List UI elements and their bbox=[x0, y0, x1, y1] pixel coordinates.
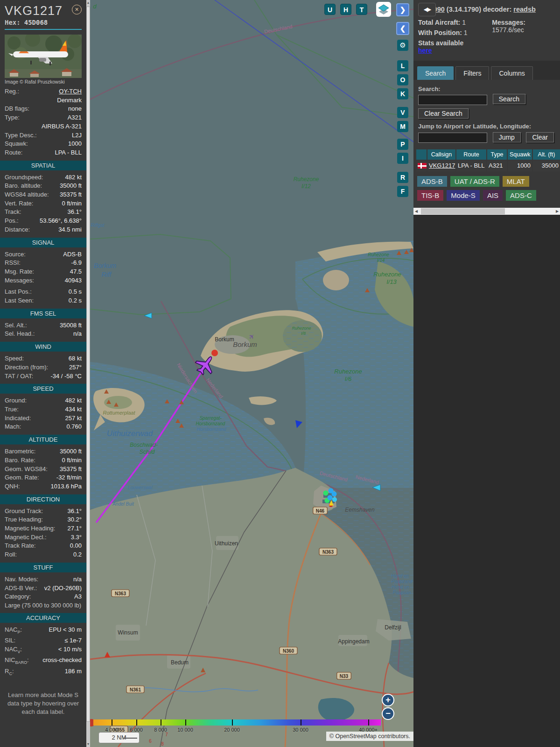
readsb-link[interactable]: readsb bbox=[513, 6, 536, 13]
altitude-tick-label: 8 000 bbox=[154, 727, 167, 733]
data-row: Route:LPA - BLL bbox=[0, 148, 86, 157]
close-icon[interactable] bbox=[72, 5, 82, 14]
altitude-tick bbox=[161, 719, 161, 726]
tab-search[interactable]: Search bbox=[417, 66, 454, 80]
map-button-k[interactable]: K bbox=[397, 88, 408, 99]
left-panel-scrollbar[interactable]: ▲ ▼ bbox=[86, 0, 90, 747]
altitude-tick bbox=[112, 719, 112, 726]
zoom-in-button[interactable]: + bbox=[382, 694, 394, 706]
data-row: Groundspeed:482 kt bbox=[0, 173, 86, 182]
search-button[interactable]: Search bbox=[493, 94, 525, 104]
scroll-down-icon[interactable]: ▼ bbox=[86, 741, 90, 747]
data-row: AIRBUS A-321 bbox=[0, 122, 86, 131]
data-row: NICBARO:cross-checked bbox=[0, 656, 86, 667]
altitude-color-legend: 4 0006 0008 00010 00020 00030 00040 000+ bbox=[93, 719, 381, 726]
aircraft-info-panel: VKG1217 Hex:45D068 Image © Rafal Pruszko… bbox=[0, 0, 86, 747]
data-row: RC:186 m bbox=[0, 667, 86, 678]
data-row: True Heading:30.2° bbox=[0, 515, 86, 524]
road-badge-label: N33 bbox=[340, 674, 349, 679]
tab-filters[interactable]: Filters bbox=[455, 66, 489, 80]
zoom-out-button[interactable]: − bbox=[382, 707, 394, 720]
map-button-h[interactable]: H bbox=[340, 4, 351, 15]
map-label: Appingedam bbox=[338, 638, 369, 645]
table-row-callsign[interactable]: VKG1217 bbox=[427, 161, 455, 171]
map-label: Riff bbox=[102, 271, 112, 278]
jump-clear-button[interactable]: Clear bbox=[526, 132, 553, 142]
map-button-t[interactable]: T bbox=[356, 4, 367, 15]
col-route[interactable]: Route bbox=[456, 149, 486, 160]
source-filter-uat-ads-r[interactable]: UAT / ADS-R bbox=[450, 176, 499, 187]
pan-left-button[interactable] bbox=[396, 22, 409, 35]
col-alt[interactable]: Alt. (ft) bbox=[533, 149, 560, 160]
layers-button[interactable] bbox=[376, 2, 391, 17]
tab-columns[interactable]: Columns bbox=[491, 66, 532, 80]
scroll-right-icon[interactable]: ▶ bbox=[554, 208, 560, 215]
pan-right-button[interactable] bbox=[396, 3, 409, 16]
divider bbox=[5, 29, 82, 30]
map-button-o[interactable]: O bbox=[397, 74, 408, 85]
hscroll-thumb[interactable] bbox=[421, 208, 505, 214]
image-credit: Image © Rafal Pruszkowski bbox=[0, 78, 86, 87]
map-button-i[interactable]: I bbox=[397, 153, 408, 164]
map-button-u[interactable]: U bbox=[324, 4, 336, 15]
road-badge-label: N361 bbox=[130, 687, 141, 692]
data-row: Ground:482 kt bbox=[0, 396, 86, 405]
source-filter-mlat[interactable]: MLAT bbox=[503, 176, 529, 187]
data-row: WGS84 altitude:35375 ft bbox=[0, 190, 86, 199]
map-button-l[interactable]: L bbox=[397, 60, 408, 71]
reg-link[interactable]: OY-TCH bbox=[59, 87, 82, 96]
source-filter-ais[interactable]: AIS bbox=[483, 190, 503, 201]
source-filter-ads-b[interactable]: ADS-B bbox=[417, 176, 447, 187]
data-row: DB flags:none bbox=[0, 105, 86, 113]
data-row: Squawk:1000 bbox=[0, 140, 86, 148]
map-button-f[interactable]: F bbox=[397, 186, 408, 197]
map-button-r[interactable]: R bbox=[397, 172, 408, 183]
clear-search-button[interactable]: Clear Search bbox=[418, 108, 469, 119]
aircraft-table: Callsign Route Type Squawk Alt. (ft) VKG… bbox=[413, 147, 560, 171]
map-label: Riffgat bbox=[91, 223, 105, 228]
section-header-signal: SIGNAL bbox=[0, 238, 86, 247]
stats-block: Total Aircraft: 1 With Position: 1 Stats… bbox=[413, 15, 560, 57]
scrollbar-thumb[interactable] bbox=[86, 7, 90, 722]
total-aircraft: Total Aircraft: 1 bbox=[418, 19, 492, 26]
hex-code: Hex:45D068 bbox=[5, 19, 82, 26]
map-label: Ruhezone bbox=[368, 252, 389, 257]
gear-icon[interactable] bbox=[397, 40, 408, 51]
search-input[interactable] bbox=[418, 95, 487, 105]
scroll-up-icon[interactable]: ▲ bbox=[86, 0, 90, 6]
table-row-squawk: 1000 bbox=[508, 161, 532, 171]
map-button-p[interactable]: P bbox=[397, 139, 408, 150]
col-callsign[interactable]: Callsign bbox=[427, 149, 455, 160]
source-filter-mode-s[interactable]: Mode-S bbox=[447, 190, 480, 201]
map-button-m[interactable]: M bbox=[397, 121, 408, 132]
messages-rate: Messages:1577.6/sec bbox=[492, 19, 556, 34]
data-row-wrap: Large (75 000 to 300 000 lb) bbox=[0, 601, 86, 610]
section-header-stuff: STUFF bbox=[0, 563, 86, 572]
site-marker-dot[interactable] bbox=[211, 350, 218, 356]
map[interactable]: ✈ N46N363N363N360N33N361N35 bbox=[90, 0, 413, 747]
source-filter-tis-b[interactable]: TIS-B bbox=[417, 190, 443, 201]
panel-header: VKG1217 Hex:45D068 bbox=[0, 0, 86, 30]
data-row: QNH:1013.6 hPa bbox=[0, 482, 86, 491]
stats-here-link[interactable]: here bbox=[418, 47, 432, 54]
map-button-v[interactable]: V bbox=[397, 107, 408, 118]
source-filter-ads-c[interactable]: ADS-C bbox=[506, 190, 536, 201]
jump-input[interactable] bbox=[418, 133, 487, 143]
data-row: Indicated:257 kt bbox=[0, 414, 86, 423]
altitude-tick-label: 10 000 bbox=[177, 727, 193, 733]
stats-available: Stats availablehere bbox=[418, 39, 492, 54]
decoder-version: (3.14.1790) decoder: bbox=[445, 6, 514, 13]
map-label: Andel Buit bbox=[112, 501, 134, 507]
data-sections: Reg.:OY-TCHDenmarkDB flags:noneType:A321… bbox=[0, 87, 86, 678]
panel-collapse-button[interactable] bbox=[418, 3, 436, 16]
data-row: Baro. altitude:35000 ft bbox=[0, 182, 86, 190]
col-squawk[interactable]: Squawk bbox=[508, 149, 532, 160]
hex-value: 45D068 bbox=[24, 19, 48, 26]
scroll-left-icon[interactable]: ◀ bbox=[413, 208, 419, 215]
col-flag[interactable] bbox=[416, 149, 427, 160]
road-badge-label: N363 bbox=[115, 591, 126, 596]
table-horizontal-scrollbar[interactable]: ◀ ▶ bbox=[413, 208, 560, 215]
panel-tabs: Search Filters Columns bbox=[413, 61, 560, 80]
col-type[interactable]: Type bbox=[487, 149, 507, 160]
jump-button[interactable]: Jump bbox=[493, 132, 521, 142]
